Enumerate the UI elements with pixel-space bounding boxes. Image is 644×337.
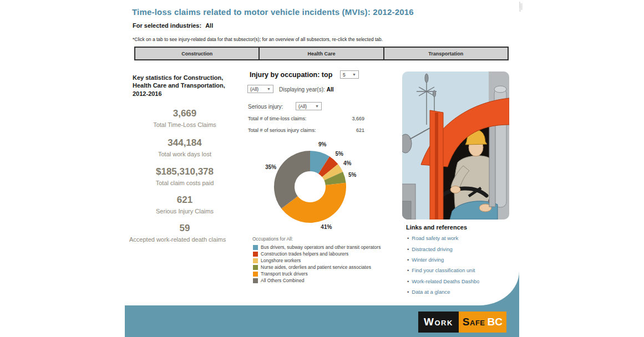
bullet-icon: • — [407, 246, 409, 252]
selected-industries-value: All — [205, 22, 213, 29]
stat-value: $185,310,378 — [129, 166, 240, 177]
logo-safe-text: Safe — [463, 316, 485, 328]
stat-value: 621 — [129, 195, 240, 206]
logo-bc-text: BC — [488, 316, 503, 328]
bullet-icon: • — [407, 289, 409, 295]
legend-swatch — [253, 252, 258, 257]
legend-swatch — [253, 258, 258, 263]
stat-label: Total work days lost — [129, 151, 240, 159]
worksafebc-logo: Work Safe BC — [418, 312, 506, 333]
donut-slice-label: 5% — [348, 172, 357, 178]
donut-slice[interactable] — [274, 151, 310, 208]
legend-label: Nurse aides, orderlies and patient servi… — [261, 264, 371, 270]
legend-swatch — [253, 265, 258, 270]
legend-swatch — [253, 272, 258, 277]
stat-label: Serious Injury Claims — [129, 208, 240, 216]
legend-label: Transport truck drivers — [261, 271, 308, 277]
chevron-down-icon: ▼ — [352, 73, 356, 76]
total-time-loss-label: Total # of time-loss claims: — [248, 116, 307, 121]
top-n-dropdown-value: 5 — [343, 72, 346, 78]
stat-value: 3,669 — [129, 108, 240, 119]
stat-value: 59 — [129, 223, 240, 234]
stat-value: 344,184 — [129, 137, 240, 149]
stat-accepted-death-claims: 59 Accepted work-related death claims — [129, 223, 240, 244]
tab-instruction-note: *Click on a tab to see injury-related da… — [133, 37, 383, 42]
selected-industries-label: For selected industries: — [133, 22, 201, 29]
serious-injury-label: Serious injury: — [248, 104, 283, 110]
stat-serious-injury-claims: 621 Serious Injury Claims — [129, 195, 240, 216]
legend-swatch — [253, 278, 258, 283]
stat-total-claim-costs-paid: $185,310,378 Total claim costs paid — [129, 166, 240, 187]
bullet-icon: • — [407, 257, 409, 263]
legend-swatch — [253, 245, 258, 250]
stat-total-time-loss-claims: 3,669 Total Time-Loss Claims — [129, 108, 240, 129]
donut-slice-label: 9% — [318, 141, 327, 147]
link-find-your-classification-unit[interactable]: • Find your classification unit — [407, 265, 487, 275]
chevron-down-icon: ▼ — [267, 87, 271, 91]
links-list: • Road safety at work • Distracted drivi… — [407, 233, 487, 297]
donut-slice-label: 35% — [265, 164, 276, 170]
legend-item[interactable]: Bus drivers, subway operators and other … — [253, 244, 381, 251]
tab-health-care[interactable]: Health Care — [260, 48, 384, 59]
donut-slice-label: 41% — [321, 224, 332, 230]
bullet-icon: • — [407, 235, 409, 241]
logo-work-segment: Work — [418, 312, 459, 333]
bullet-icon: • — [407, 278, 409, 284]
legend-item[interactable]: Transport truck drivers — [253, 270, 381, 277]
legend-item[interactable]: All Others Combined — [253, 277, 381, 284]
serious-injury-filter-value: (All) — [298, 104, 307, 109]
legend-item[interactable]: Construction trades helpers and labourer… — [253, 251, 381, 257]
key-statistics-heading: Key statistics for Construction, Health … — [133, 74, 239, 98]
total-time-loss-value: 3,669 — [352, 116, 364, 121]
legend-title: Occupations for All: — [252, 236, 293, 242]
chart-legend: Bus drivers, subway operators and other … — [253, 244, 381, 284]
displaying-years-label: Displaying year(s): — [279, 86, 325, 93]
stat-label: Total Time-Loss Claims — [129, 121, 240, 129]
links-and-references-heading: Links and references — [406, 224, 467, 231]
occupation-donut-chart: 9%5%4%5%41%35% — [249, 126, 371, 248]
legend-label: Longshore workers — [261, 258, 301, 263]
link-data-at-a-glance[interactable]: • Data at a glance — [407, 287, 487, 297]
injury-by-occupation-heading: Injury by occupation: top — [250, 71, 332, 79]
dashboard-page: Time-loss claims related to motor vehicl… — [0, 0, 644, 337]
logo-safe-bc-segment: Safe BC — [459, 312, 506, 333]
industry-tab-bar: Construction Health Care Transportation — [134, 47, 509, 60]
donut-slice-label: 5% — [335, 151, 343, 157]
stat-total-work-days-lost: 344,184 Total work days lost — [129, 137, 240, 159]
year-filter-value: (All) — [250, 86, 258, 92]
stat-label: Accepted work-related death claims — [129, 236, 240, 244]
tab-transportation[interactable]: Transportation — [384, 48, 508, 59]
tab-construction[interactable]: Construction — [135, 48, 260, 59]
displaying-years-value: All — [327, 86, 334, 93]
donut-slice-label: 4% — [343, 160, 352, 166]
footer-bar: Work Safe BC — [125, 305, 519, 337]
link-winter-driving[interactable]: • Winter driving — [407, 254, 487, 265]
selected-industries-line: For selected industries: All — [133, 22, 213, 29]
link-distracted-driving[interactable]: • Distracted driving — [407, 243, 487, 254]
legend-label: Construction trades helpers and labourer… — [261, 251, 348, 257]
serious-injury-dropdown[interactable]: (All) ▼ — [296, 102, 322, 110]
link-work-related-deaths-dashboard[interactable]: • Work-related Deaths Dashboard — [407, 276, 487, 287]
truck-driver-illustration — [402, 72, 509, 219]
page-title: Time-loss claims related to motor vehicl… — [132, 7, 414, 17]
year-filter-dropdown[interactable]: (All) ▼ — [247, 85, 273, 93]
legend-item[interactable]: Longshore workers — [253, 257, 381, 264]
worksafebc-dashboard: Time-loss claims related to motor vehicl… — [125, 0, 519, 337]
legend-item[interactable]: Nurse aides, orderlies and patient servi… — [253, 264, 381, 270]
stat-label: Total claim costs paid — [129, 180, 240, 187]
link-road-safety-at-work[interactable]: • Road safety at work — [407, 233, 487, 243]
chevron-down-icon: ▼ — [315, 104, 319, 108]
displaying-years-line: Displaying year(s):All — [279, 86, 334, 93]
top-n-dropdown[interactable]: 5 ▼ — [340, 70, 359, 79]
legend-label: All Others Combined — [261, 278, 304, 283]
legend-label: Bus drivers, subway operators and other … — [261, 244, 381, 250]
bullet-icon: • — [407, 267, 409, 273]
total-time-loss-row: Total # of time-loss claims: 3,669 — [248, 116, 364, 121]
